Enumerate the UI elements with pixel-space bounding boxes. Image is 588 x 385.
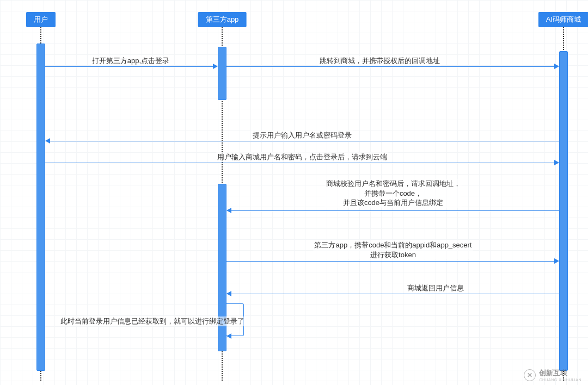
- msg-2-arrowhead: [554, 64, 559, 69]
- msg-3-arrowhead: [45, 138, 50, 144]
- msg-4-arrow: [45, 163, 556, 163]
- activation-user: [36, 44, 45, 371]
- sequence-diagram: 用户 第三方app AI码师商城 打开第三方app,点击登录 跳转到商城，并携带…: [0, 0, 588, 385]
- msg-6-arrowhead: [554, 258, 559, 264]
- msg-8-arrowhead: [226, 333, 231, 339]
- msg-5-label: 商城校验用户名和密码后，请求回调地址， 并携带一个code， 并且该code与当…: [325, 179, 462, 208]
- msg-5-arrowhead: [226, 208, 231, 213]
- activation-mall: [559, 51, 568, 371]
- activation-app-1: [218, 47, 226, 100]
- participant-app: 第三方app: [198, 12, 247, 27]
- msg-1-arrow: [45, 66, 214, 67]
- msg-5-arrow: [230, 210, 559, 211]
- msg-6-arrow: [226, 261, 556, 262]
- msg-3-arrow: [49, 141, 559, 141]
- watermark-icon: ✕: [524, 369, 536, 381]
- msg-2-label: 跳转到商城，并携带授权后的回调地址: [318, 56, 441, 66]
- watermark-brand: 创新互联: [539, 368, 581, 378]
- participant-mall: AI码师商城: [538, 12, 588, 27]
- participant-user: 用户: [26, 12, 56, 27]
- msg-6-label: 第三方app，携带code和当前的appid和app_secert 进行获取to…: [313, 240, 473, 259]
- msg-7-arrowhead: [226, 291, 231, 296]
- msg-7-label: 商城返回用户信息: [406, 283, 465, 293]
- msg-3-label: 提示用户输入用户名或密码登录: [252, 131, 353, 140]
- msg-8-label: 此时当前登录用户信息已经获取到，就可以进行绑定登录了: [59, 316, 246, 326]
- msg-4-label: 用户输入商城用户名和密码，点击登录后，请求到云端: [216, 152, 388, 162]
- msg-1-arrowhead: [213, 64, 218, 69]
- activation-app-2: [218, 184, 226, 351]
- msg-4-arrowhead: [554, 160, 559, 165]
- watermark-pinyin: CHUANG XINHULIAN: [539, 378, 581, 382]
- msg-2-arrow: [226, 66, 556, 67]
- msg-7-arrow: [230, 294, 559, 294]
- msg-1-label: 打开第三方app,点击登录: [91, 56, 170, 66]
- watermark: ✕ 创新互联 CHUANG XINHULIAN: [524, 368, 581, 382]
